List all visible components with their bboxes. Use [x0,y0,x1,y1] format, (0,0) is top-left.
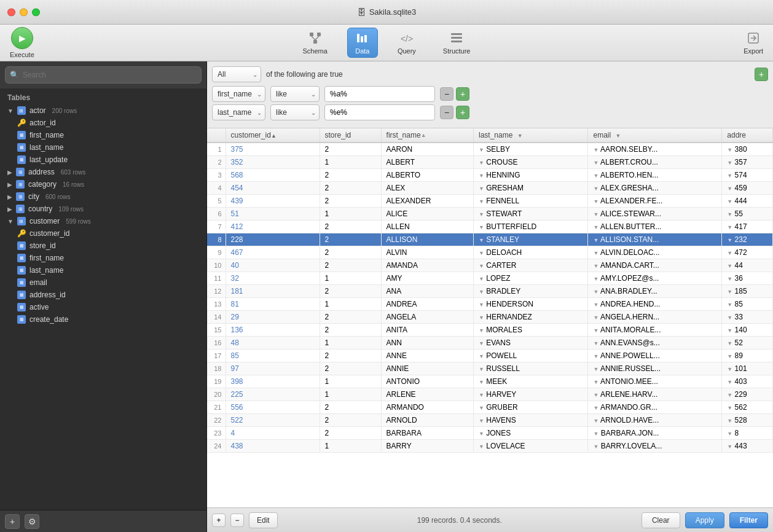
sidebar-item-category[interactable]: ▶ ⊞ category 16 rows [0,178,206,190]
cell-customer_id[interactable]: 438 [226,440,320,453]
add-table-button[interactable]: + [5,514,20,529]
search-input[interactable] [5,66,202,84]
all-select[interactable]: All Any [212,66,261,82]
th-last_name[interactable]: last_name ▼ [473,128,588,143]
table-row[interactable]: 5 439 2 ALEXANDER ▼ FENNELL ▼ ALEXANDER.… [207,195,773,208]
sidebar-item-customer-first_name[interactable]: ▦ first_name [0,252,206,264]
table-row[interactable]: 20 225 1 ARLENE ▼ HARVEY ▼ ARLENE.HARV..… [207,388,773,401]
cell-customer_id[interactable]: 97 [226,362,320,375]
cell-customer_id[interactable]: 51 [226,208,320,221]
cell-customer_id[interactable]: 81 [226,298,320,311]
table-row[interactable]: 23 4 2 BARBARA ▼ JONES ▼ BARBARA.JON... … [207,427,773,440]
table-row[interactable]: 3 568 2 ALBERTO ▼ HENNING ▼ ALBERTO.HEN.… [207,169,773,182]
cell-customer_id[interactable]: 556 [226,401,320,414]
execute-button[interactable]: ▶ Execute [10,27,34,58]
query-button[interactable]: </> Query [390,28,423,57]
cell-customer_id[interactable]: 32 [226,272,320,285]
cell-customer_id[interactable]: 136 [226,324,320,337]
th-addre[interactable]: addre [722,128,773,143]
maximize-button[interactable] [32,8,40,16]
sidebar-item-actor[interactable]: ▼ ⊞ actor 200 rows [0,104,206,117]
filter1-value-input[interactable] [324,86,435,102]
table-row[interactable]: 16 48 1 ANN ▼ EVANS ▼ ANN.EVANS@s... ▼ 5… [207,337,773,350]
cell-customer_id[interactable]: 467 [226,246,320,259]
cell-customer_id[interactable]: 40 [226,259,320,272]
sidebar-item-country[interactable]: ▶ ⊞ country 109 rows [0,203,206,215]
cell-customer_id[interactable]: 398 [226,375,320,388]
table-row[interactable]: 24 438 1 BARRY ▼ LOVELACE ▼ BARRY.LOVELA… [207,440,773,453]
filter2-remove-button[interactable]: − [440,106,453,119]
table-row[interactable]: 12 181 2 ANA ▼ BRADLEY ▼ ANA.BRADLEY... … [207,285,773,298]
table-row[interactable]: 17 85 2 ANNE ▼ POWELL ▼ ANNE.POWELL... ▼… [207,350,773,362]
minimize-button[interactable] [20,8,28,16]
table-row[interactable]: 1 375 2 AARON ▼ SELBY ▼ AARON.SELBY... ▼… [207,143,773,156]
export-button[interactable]: Export [744,31,763,55]
cell-customer_id[interactable]: 439 [226,195,320,208]
sidebar-item-actor-first_name[interactable]: ▦ first_name [0,129,206,141]
add-row-button[interactable]: + [212,514,226,527]
filter-button[interactable]: Filter [729,512,768,528]
table-row[interactable]: 2 352 1 ALBERT ▼ CROUSE ▼ ALBERT.CROU...… [207,156,773,169]
cell-customer_id[interactable]: 352 [226,156,320,169]
table-row[interactable]: 7 412 2 ALLEN ▼ BUTTERFIELD ▼ ALLEN.BUTT… [207,221,773,233]
table-row[interactable]: 11 32 1 AMY ▼ LOPEZ ▼ AMY.LOPEZ@s... ▼ 3… [207,272,773,285]
sidebar-item-city[interactable]: ▶ ⊞ city 600 rows [0,190,206,203]
sidebar-item-customer[interactable]: ▼ ⊞ customer 599 rows [0,215,206,227]
cell-customer_id[interactable]: 85 [226,350,320,362]
filter1-add-button[interactable]: + [456,87,469,101]
cell-customer_id[interactable]: 29 [226,311,320,324]
sidebar-item-customer-last_name[interactable]: ▦ last_name [0,264,206,276]
table-row[interactable]: 9 467 2 ALVIN ▼ DELOACH ▼ ALVIN.DELOAC..… [207,246,773,259]
filter2-field-select[interactable]: last_name first_name email [212,104,265,120]
cell-customer_id[interactable]: 568 [226,169,320,182]
filter1-field-select[interactable]: first_name last_name email [212,86,265,102]
th-email[interactable]: email ▼ [588,128,722,143]
table-row[interactable]: 19 398 1 ANTONIO ▼ MEEK ▼ ANTONIO.MEE...… [207,375,773,388]
cell-customer_id[interactable]: 454 [226,182,320,195]
cell-customer_id[interactable]: 375 [226,143,320,156]
sidebar-item-customer_id[interactable]: 🔑 customer_id [0,227,206,240]
remove-row-button[interactable]: − [230,514,244,527]
add-filter-button[interactable]: + [755,68,768,81]
th-customer_id[interactable]: customer_id [226,128,320,143]
sidebar-item-address[interactable]: ▶ ⊞ address 603 rows [0,166,206,178]
sidebar-item-actor-last_update[interactable]: ▦ last_update [0,154,206,166]
cell-customer_id[interactable]: 4 [226,427,320,440]
structure-button[interactable]: Structure [436,28,478,57]
data-button[interactable]: Data [347,28,378,58]
table-row[interactable]: 10 40 2 AMANDA ▼ CARTER ▼ AMANDA.CART...… [207,259,773,272]
filter1-op-select[interactable]: like not like = [270,86,320,102]
sidebar-item-customer-store_id[interactable]: ▦ store_id [0,240,206,252]
sidebar-item-actor_id[interactable]: 🔑 actor_id [0,117,206,129]
table-row[interactable]: 21 556 2 ARMANDO ▼ GRUBER ▼ ARMANDO.GR..… [207,401,773,414]
edit-button[interactable]: Edit [249,512,278,528]
th-first_name[interactable]: first_name ▲ [381,128,473,143]
cell-customer_id[interactable]: 48 [226,337,320,350]
clear-button[interactable]: Clear [642,512,680,528]
filter2-op-select[interactable]: like not like = [270,104,320,120]
close-button[interactable] [7,8,15,16]
schema-button[interactable]: Schema [296,28,335,57]
sidebar-item-customer-address_id[interactable]: ▦ address_id [0,289,206,301]
cell-customer_id[interactable]: 522 [226,414,320,427]
cell-customer_id[interactable]: 228 [226,233,320,246]
sidebar-item-customer-create_date[interactable]: ▦ create_date [0,313,206,326]
table-row[interactable]: 8 228 2 ALLISON ▼ STANLEY ▼ ALLISON.STAN… [207,233,773,246]
cell-customer_id[interactable]: 181 [226,285,320,298]
sidebar-item-customer-active[interactable]: ▦ active [0,301,206,313]
sidebar-item-actor-last_name[interactable]: ▦ last_name [0,141,206,154]
apply-button[interactable]: Apply [685,512,724,528]
th-store_id[interactable]: store_id [320,128,381,143]
table-row[interactable]: 6 51 1 ALICE ▼ STEWART ▼ ALICE.STEWAR...… [207,208,773,221]
gear-button[interactable]: ⚙ [25,514,39,529]
table-row[interactable]: 14 29 2 ANGELA ▼ HERNANDEZ ▼ ANGELA.HERN… [207,311,773,324]
table-row[interactable]: 22 522 2 ARNOLD ▼ HAVENS ▼ ARNOLD.HAVE..… [207,414,773,427]
filter2-value-input[interactable] [324,104,435,120]
sidebar-item-customer-email[interactable]: ▦ email [0,276,206,289]
table-row[interactable]: 13 81 1 ANDREA ▼ HENDERSON ▼ ANDREA.HEND… [207,298,773,311]
table-row[interactable]: 18 97 2 ANNIE ▼ RUSSELL ▼ ANNIE.RUSSEL..… [207,362,773,375]
filter2-add-button[interactable]: + [456,106,469,119]
filter1-remove-button[interactable]: − [440,87,453,101]
table-row[interactable]: 15 136 2 ANITA ▼ MORALES ▼ ANITA.MORALE.… [207,324,773,337]
table-row[interactable]: 4 454 2 ALEX ▼ GRESHAM ▼ ALEX.GRESHA... … [207,182,773,195]
